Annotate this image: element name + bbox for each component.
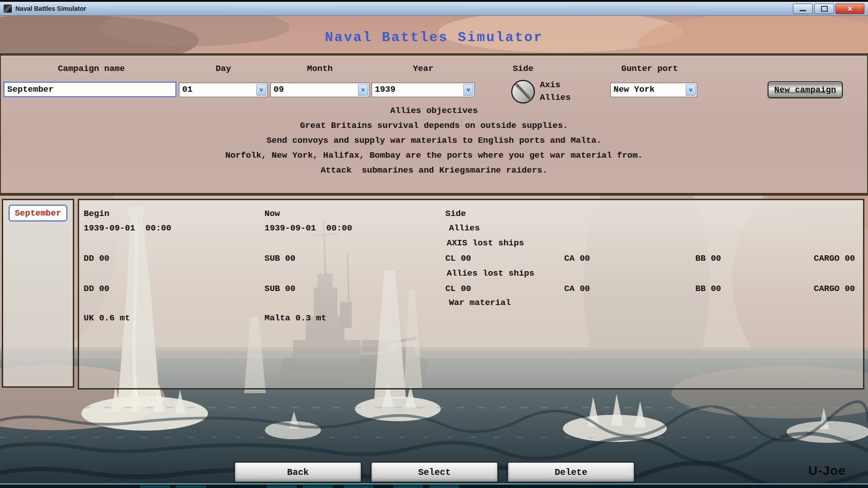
gunter-port-select[interactable]: New York ˅ xyxy=(610,83,697,97)
war-uk: UK 0.6 mt xyxy=(84,313,130,323)
side-detail-value: Allies xyxy=(449,223,480,233)
axis-cargo: CARGO 00 xyxy=(814,253,855,263)
objectives-heading: Allies objectives xyxy=(1,103,867,118)
begin-value: 1939-09-01 00:00 xyxy=(84,223,171,233)
now-value: 1939-09-01 00:00 xyxy=(264,223,352,233)
axis-cl: CL 00 xyxy=(445,253,471,263)
allies-cl: CL 00 xyxy=(445,284,471,294)
day-select[interactable]: 01 ˅ xyxy=(179,83,268,97)
campaign-name-label: Campaign name xyxy=(5,64,177,74)
year-value: 1939 xyxy=(375,84,396,94)
war-material-heading: War material xyxy=(449,298,511,308)
new-campaign-form: Campaign name Day Month Year Side Gunter… xyxy=(0,53,868,196)
side-option-axis[interactable]: Axis xyxy=(540,80,561,90)
side-knob[interactable] xyxy=(510,79,536,104)
author-credit: U-Joe xyxy=(808,464,846,478)
allies-cargo: CARGO 00 xyxy=(814,284,855,294)
chevron-down-icon[interactable]: ˅ xyxy=(256,84,266,96)
day-value: 01 xyxy=(182,84,193,94)
begin-label: Begin xyxy=(84,209,109,219)
chevron-down-icon[interactable]: ˅ xyxy=(463,84,473,96)
month-value: 09 xyxy=(274,84,284,94)
app-window: Naval Battles Simulator ✕ Naval Battles … xyxy=(0,0,868,488)
new-campaign-button[interactable]: New campaign xyxy=(768,81,843,98)
side-label: Side xyxy=(498,64,548,74)
back-button[interactable]: Back xyxy=(234,462,362,483)
minimize-icon xyxy=(800,10,806,11)
chevron-down-icon[interactable]: ˅ xyxy=(686,84,696,96)
allies-bb: BB 00 xyxy=(695,284,721,294)
gunter-port-value: New York xyxy=(613,84,655,94)
side-detail-label: Side xyxy=(445,209,466,219)
axis-lost-heading: AXIS lost ships xyxy=(447,238,524,248)
chevron-down-icon[interactable]: ˅ xyxy=(358,84,368,96)
minimize-button[interactable] xyxy=(793,4,813,14)
maximize-button[interactable] xyxy=(814,4,834,14)
month-label: Month xyxy=(270,64,369,74)
campaign-list-item-selected[interactable]: September xyxy=(9,205,67,221)
objectives-block: Allies objectives Great Britains surviva… xyxy=(1,103,867,178)
axis-sub: SUB 00 xyxy=(264,253,295,263)
campaign-list: September xyxy=(2,199,74,388)
axis-dd: DD 00 xyxy=(84,253,109,263)
allies-sub: SUB 00 xyxy=(264,284,295,294)
month-select[interactable]: 09 ˅ xyxy=(270,83,369,97)
close-button[interactable]: ✕ xyxy=(835,4,864,14)
allies-lost-heading: Allies lost ships xyxy=(447,268,534,278)
app-icon xyxy=(4,5,12,13)
year-label: Year xyxy=(372,64,475,74)
now-label: Now xyxy=(264,209,280,219)
gunter-port-label: Gunter port xyxy=(602,64,697,74)
axis-ca: CA 00 xyxy=(564,253,590,263)
window-title: Naval Battles Simulator xyxy=(15,5,86,12)
allies-dd: DD 00 xyxy=(84,284,109,294)
year-select[interactable]: 1939 ˅ xyxy=(372,83,475,97)
war-malta: Malta 0.3 mt xyxy=(264,313,326,323)
campaign-name-input[interactable] xyxy=(4,82,176,97)
page-title: Naval Battles Simulator xyxy=(0,30,868,45)
maximize-icon xyxy=(821,6,828,12)
delete-button[interactable]: Delete xyxy=(507,462,635,483)
side-option-allies[interactable]: Allies xyxy=(540,93,571,103)
allies-ca: CA 00 xyxy=(564,284,590,294)
day-label: Day xyxy=(179,64,268,74)
axis-bb: BB 00 xyxy=(695,253,721,263)
titlebar[interactable]: Naval Battles Simulator ✕ xyxy=(0,2,868,16)
taskbar-strip xyxy=(0,483,868,488)
select-button[interactable]: Select xyxy=(371,462,498,483)
close-icon: ✕ xyxy=(847,5,853,12)
